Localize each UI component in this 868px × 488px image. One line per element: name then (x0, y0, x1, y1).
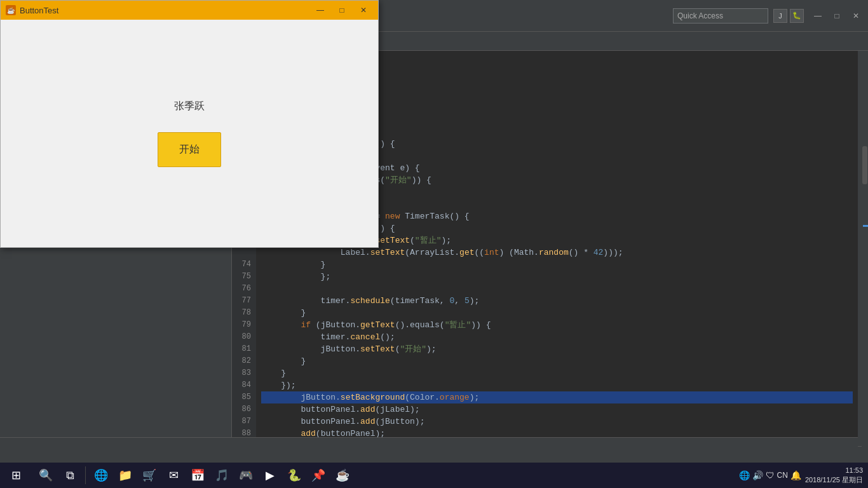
volume-icon[interactable]: 🔊 (752, 470, 763, 480)
taskbar-app4[interactable]: 📌 (307, 464, 330, 487)
java-window-title: ButtonTest (20, 6, 311, 15)
java-win-controls: — □ ✕ (311, 3, 373, 17)
java-minimize-button[interactable]: — (311, 3, 330, 17)
start-button[interactable]: ⊞ (0, 463, 32, 488)
scroll-marker-1 (863, 225, 868, 227)
java-close-button[interactable]: ✕ (354, 3, 373, 17)
taskbar-app-icons: 🔍 ⧉ 🌐 📁 🛒 ✉ 📅 🎵 🎮 ▶ 🐍 📌 ☕ (32, 464, 356, 487)
code-line: } (261, 367, 853, 379)
system-clock[interactable]: 11:53 2018/11/25 星期日 (805, 466, 863, 485)
code-line: jButton.setText("开始"); (261, 343, 853, 355)
code-line: } (261, 307, 853, 319)
perspective-buttons: J 🐛 (773, 9, 804, 23)
code-line: Label.setText(ArrayList.get((int) (Math.… (261, 247, 853, 259)
perspective-java[interactable]: J (773, 9, 787, 23)
code-line: timer.schedule(timerTask, 0, 5); (261, 295, 853, 307)
eclipse-minimize-button[interactable]: — (809, 9, 827, 23)
java-start-button[interactable]: 开始 (158, 132, 221, 167)
taskbar-app5[interactable]: ☕ (331, 464, 354, 487)
taskbar-music[interactable]: 🎵 (210, 464, 233, 487)
java-app-icon: ☕ (6, 5, 16, 15)
code-line: }; (261, 271, 853, 283)
start-icon: ⊞ (11, 468, 21, 482)
quick-access-label: Quick Access (677, 11, 723, 20)
perspective-debug[interactable]: 🐛 (790, 9, 804, 23)
sys-icons: 🌐 🔊 🛡 CN 🔔 (739, 470, 801, 480)
scroll-track (862, 51, 868, 437)
notification-icon[interactable]: 🔔 (790, 470, 801, 480)
taskbar-task-view[interactable]: ⧉ (58, 464, 81, 487)
quick-access-box[interactable]: Quick Access (673, 8, 768, 24)
code-line: add(buttonPanel); (261, 428, 853, 437)
code-line: if (jButton.getText().equals("暂止")) { (261, 319, 853, 331)
ime-icon[interactable]: CN (777, 471, 788, 480)
java-window-content: 张季跃 开始 (1, 20, 378, 247)
java-button-test-window: ☕ ButtonTest — □ ✕ 张季跃 开始 (0, 0, 379, 248)
eclipse-close-button[interactable]: ✕ (847, 9, 865, 23)
java-name-label: 张季跃 (174, 100, 205, 113)
scroll-thumb[interactable] (862, 146, 867, 184)
taskbar-ie[interactable]: 🌐 (90, 464, 112, 487)
code-line: } (261, 259, 853, 271)
code-line: } (261, 355, 853, 367)
taskbar-app1[interactable]: 🎮 (234, 464, 257, 487)
taskbar-app2[interactable]: ▶ (259, 464, 281, 487)
code-line: timer.cancel(); (261, 331, 853, 343)
eclipse-maximize-button[interactable]: □ (828, 9, 846, 23)
taskbar-calendar[interactable]: 📅 (186, 464, 209, 487)
right-scrollbar[interactable] (862, 51, 868, 437)
taskbar-search[interactable]: 🔍 (34, 464, 57, 487)
taskbar-app3[interactable]: 🐍 (283, 464, 306, 487)
taskbar: ⊞ 🔍 ⧉ 🌐 📁 🛒 ✉ 📅 🎵 🎮 ▶ 🐍 📌 ☕ 🌐 🔊 🛡 CN 🔔 1… (0, 463, 868, 488)
taskbar-right: 🌐 🔊 🛡 CN 🔔 11:53 2018/11/25 星期日 (739, 466, 868, 485)
antivirus-icon[interactable]: 🛡 (766, 470, 775, 480)
code-line: buttonPanel.add(jButton); (261, 416, 853, 428)
taskbar-file-explorer[interactable]: 📁 (114, 464, 137, 487)
java-titlebar: ☕ ButtonTest — □ ✕ (1, 1, 378, 20)
clock-time: 11:53 (805, 466, 863, 475)
code-line: }); (261, 379, 853, 391)
clock-date: 2018/11/25 星期日 (805, 475, 863, 485)
eclipse-win-controls: — □ ✕ (809, 9, 865, 23)
taskbar-mail[interactable]: ✉ (162, 464, 185, 487)
java-maximize-button[interactable]: □ (332, 3, 351, 17)
code-line (261, 283, 853, 295)
code-line-highlighted: jButton.setBackground(Color.orange); (261, 391, 853, 403)
network-icon[interactable]: 🌐 (739, 470, 750, 480)
taskbar-store[interactable]: 🛒 (138, 464, 161, 487)
code-line: buttonPanel.add(jLabel); (261, 403, 853, 416)
